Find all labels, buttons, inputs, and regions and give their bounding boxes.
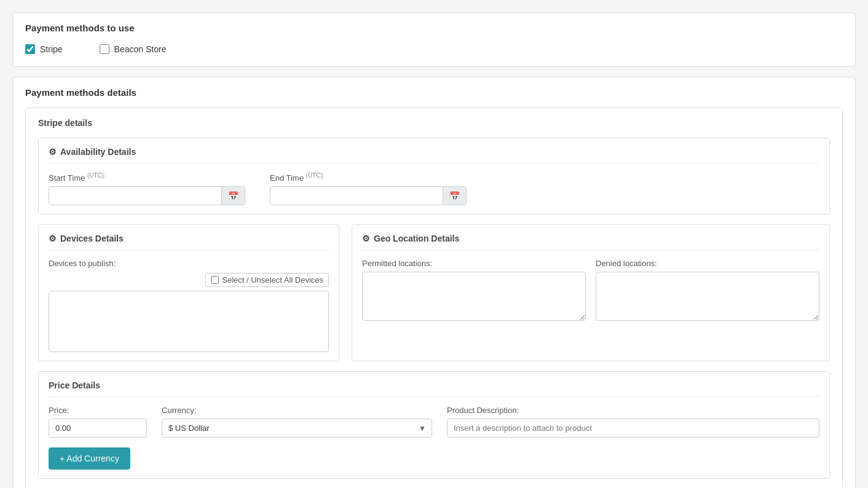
start-time-calendar-btn[interactable]: 📅	[221, 187, 245, 205]
end-utc-label: (UTC):	[306, 172, 325, 179]
payment-methods-title: Payment methods to use	[25, 23, 843, 33]
start-time-group: Start Time (UTC): 📅	[49, 172, 245, 205]
availability-title: ⚙ Availability Details	[49, 147, 819, 163]
stripe-option[interactable]: Stripe	[25, 44, 63, 54]
geo-section: ⚙ Geo Location Details Permitted locatio…	[352, 224, 830, 361]
stripe-details-subsection: Stripe details ⚙ Availability Details St…	[25, 108, 843, 488]
payment-details-title: Payment methods details	[25, 87, 843, 98]
select-all-checkbox[interactable]	[211, 276, 219, 284]
devices-listbox[interactable]	[49, 291, 329, 352]
availability-section: ⚙ Availability Details Start Time (UTC):…	[38, 138, 830, 214]
end-time-calendar-btn[interactable]: 📅	[443, 187, 466, 205]
payment-methods-section: Payment methods to use Stripe Beacon Sto…	[12, 12, 856, 67]
beacon-store-label: Beacon Store	[114, 44, 167, 54]
stripe-label: Stripe	[40, 44, 63, 54]
start-time-input[interactable]	[49, 187, 221, 205]
price-section-title: Price Details	[49, 380, 819, 397]
stripe-checkbox[interactable]	[25, 44, 35, 54]
time-fields-row: Start Time (UTC): 📅 End Time	[49, 172, 819, 205]
geo-title: ⚙ Geo Location Details	[362, 234, 819, 250]
currency-label: Currency:	[162, 406, 432, 415]
calendar-icon: 📅	[228, 191, 239, 201]
select-all-label[interactable]: Select / Unselect All Devices	[205, 273, 329, 287]
select-all-row: Select / Unselect All Devices	[49, 273, 329, 287]
payment-methods-options: Stripe Beacon Store	[25, 42, 843, 57]
beacon-store-option[interactable]: Beacon Store	[100, 44, 167, 54]
beacon-store-checkbox[interactable]	[100, 44, 109, 54]
permitted-label: Permitted locations:	[362, 259, 586, 268]
denied-label: Denied locations:	[596, 259, 819, 268]
geo-gear-icon: ⚙	[362, 234, 370, 243]
geo-fields-row: Permitted locations: Denied locations:	[362, 259, 819, 321]
start-time-label: Start Time (UTC):	[49, 172, 245, 183]
price-group: Price:	[49, 406, 147, 438]
denied-locations-textarea[interactable]	[596, 272, 819, 321]
description-label: Product Description:	[447, 406, 819, 415]
availability-label: Availability Details	[60, 147, 136, 157]
add-currency-button[interactable]: + Add Currency	[49, 447, 130, 470]
devices-title: ⚙ Devices Details	[49, 234, 329, 250]
payment-details-section: Payment methods details Stripe details ⚙…	[12, 77, 856, 488]
permitted-locations-textarea[interactable]	[362, 272, 586, 321]
end-time-group: End Time (UTC): 📅	[270, 172, 467, 205]
start-utc-label: (UTC):	[87, 172, 106, 179]
denied-locations-group: Denied locations:	[596, 259, 819, 321]
currency-group: Currency: $ US Dollar € Euro £ British P…	[162, 406, 432, 438]
devices-gear-icon: ⚙	[49, 234, 57, 243]
devices-section: ⚙ Devices Details Devices to publish: Se…	[38, 224, 339, 361]
end-time-input[interactable]	[270, 187, 443, 205]
gear-icon: ⚙	[49, 147, 57, 157]
devices-publish-label: Devices to publish:	[49, 259, 329, 268]
currency-select-wrapper: $ US Dollar € Euro £ British Pound ¥ Jap…	[162, 419, 432, 438]
price-label: Price:	[49, 406, 147, 415]
price-input[interactable]	[49, 419, 147, 438]
end-time-label: End Time (UTC):	[270, 172, 467, 183]
stripe-details-label: Stripe details	[38, 118, 92, 128]
price-fields-row: Price: Currency: $ US Dollar € Euro £ Br…	[49, 406, 819, 438]
price-section: Price Details Price: Currency: $ US Doll…	[38, 371, 830, 479]
calendar-icon-end: 📅	[449, 191, 460, 201]
devices-geo-row: ⚙ Devices Details Devices to publish: Se…	[38, 224, 830, 361]
description-group: Product Description:	[447, 406, 819, 438]
permitted-locations-group: Permitted locations:	[362, 259, 586, 321]
currency-select[interactable]: $ US Dollar € Euro £ British Pound ¥ Jap…	[162, 419, 432, 438]
start-time-input-wrapper: 📅	[49, 186, 245, 205]
end-time-input-wrapper: 📅	[270, 186, 467, 205]
description-input[interactable]	[447, 419, 819, 438]
stripe-details-title: Stripe details	[38, 118, 830, 128]
